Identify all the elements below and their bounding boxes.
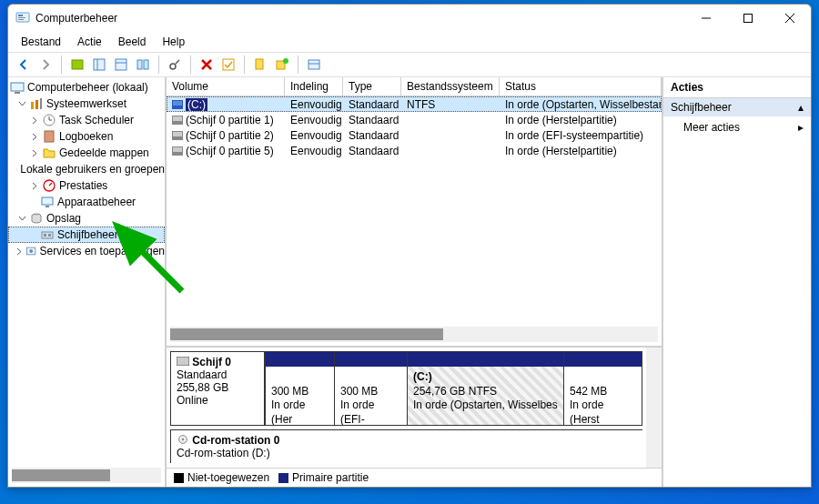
disk-row: Schijf 0 Standaard 255,88 GB Online 300 …	[170, 351, 642, 426]
svg-rect-5	[744, 15, 753, 23]
chevron-right-icon[interactable]	[30, 132, 40, 142]
diskmap-vscrollbar[interactable]	[646, 348, 662, 468]
chevron-right-icon[interactable]	[30, 148, 40, 158]
disk-name: Schijf 0	[192, 356, 231, 368]
tree-logboeken[interactable]: Logboeken	[8, 128, 165, 145]
disk-state: Online	[177, 394, 208, 407]
svg-point-35	[16, 168, 17, 169]
up-icon[interactable]	[67, 55, 87, 75]
tree-label: Services en toepassingen	[40, 245, 165, 257]
drive-icon	[172, 146, 183, 156]
svg-rect-1	[18, 15, 23, 16]
chevron-right-icon[interactable]	[15, 247, 24, 257]
volumes-hscrollbar[interactable]	[170, 327, 658, 342]
tree-opslag[interactable]: Opslag	[8, 210, 165, 227]
col-status[interactable]: Status	[500, 77, 662, 96]
svg-rect-11	[116, 59, 126, 70]
actions-section[interactable]: Schijfbeheer ▴	[663, 98, 811, 116]
list-icon[interactable]	[304, 55, 324, 75]
tree-apparaatbeheer[interactable]: Apparaatbeheer	[8, 194, 165, 210]
new-volume-icon[interactable]	[272, 55, 292, 75]
menu-beeld[interactable]: Beeld	[111, 34, 154, 50]
svg-line-37	[49, 183, 52, 186]
chevron-right-icon[interactable]	[30, 116, 40, 126]
tree-label: Prestaties	[59, 179, 107, 192]
refresh-icon[interactable]	[133, 55, 153, 75]
tree-schijfbeheer[interactable]: Schijfbeheer	[8, 227, 165, 243]
maximize-button[interactable]	[727, 5, 769, 32]
tree-gedeelde-mappen[interactable]: Gedeelde mappen	[8, 145, 165, 161]
properties-icon[interactable]	[111, 55, 131, 75]
volume-name: (Schijf 0 partitie 2)	[186, 129, 274, 142]
chevron-down-icon[interactable]	[17, 214, 27, 224]
disk-map: Schijf 0 Standaard 255,88 GB Online 300 …	[167, 346, 662, 487]
svg-rect-42	[44, 234, 46, 237]
col-type[interactable]: Type	[343, 77, 401, 96]
delete-icon[interactable]	[197, 55, 217, 75]
col-indeling[interactable]: Indeling	[285, 77, 343, 96]
menu-help[interactable]: Help	[155, 34, 192, 50]
svg-point-15	[170, 64, 176, 69]
volume-row[interactable]: (Schijf 0 partitie 5) Eenvoudig Standaar…	[167, 143, 662, 158]
svg-rect-43	[48, 234, 51, 237]
menu-actie[interactable]: Actie	[70, 34, 109, 50]
tree-services[interactable]: Services en toepassingen	[8, 243, 165, 259]
tree-prestaties[interactable]: Prestaties	[8, 177, 165, 194]
col-volume[interactable]: Volume	[167, 77, 285, 96]
chevron-right-icon[interactable]	[30, 181, 40, 191]
drive-icon	[172, 116, 183, 125]
actions-more[interactable]: Meer acties ▸	[663, 116, 811, 138]
help-icon[interactable]	[250, 55, 270, 75]
svg-rect-8	[72, 60, 83, 69]
volume-indeling: Eenvoudig	[285, 98, 343, 111]
volumes-body: (C:) Eenvoudig Standaard NTFS In orde (O…	[167, 96, 662, 323]
nav-back-icon[interactable]	[14, 55, 34, 75]
volume-indeling: Eenvoudig	[285, 114, 343, 126]
center-pane: Volume Indeling Type Bestandssysteem Sta…	[167, 77, 663, 487]
close-button[interactable]	[769, 5, 811, 32]
svg-rect-53	[173, 147, 182, 152]
tree-task-scheduler[interactable]: Task Scheduler	[8, 112, 165, 128]
svg-rect-51	[173, 132, 182, 136]
performance-icon	[42, 178, 56, 193]
volume-row[interactable]: (Schijf 0 partitie 1) Eenvoudig Standaar…	[167, 112, 662, 127]
cdrom-label[interactable]: Cd-rom-station 0 Cd-rom-station (D:)	[170, 429, 642, 463]
separator	[244, 55, 245, 74]
minimize-button[interactable]	[685, 5, 727, 32]
volume-type: Standaard	[343, 129, 401, 142]
volume-fs: NTFS	[401, 98, 500, 111]
partition[interactable]: 542 MBIn orde (Herst	[563, 351, 642, 426]
tree-systeemwerkset[interactable]: Systeemwerkset	[8, 96, 165, 112]
separator	[298, 55, 298, 74]
svg-rect-49	[173, 116, 182, 121]
tree-hscrollbar[interactable]	[12, 468, 161, 483]
tree-root[interactable]: Computerbeheer (lokaal)	[8, 79, 165, 96]
nav-forward-icon[interactable]	[35, 55, 56, 75]
menu-bestand[interactable]: Bestand	[14, 34, 68, 50]
volume-row[interactable]: (C:) Eenvoudig Standaard NTFS In orde (O…	[167, 96, 662, 112]
tree-lokale-gebruikers[interactable]: Lokale gebruikers en groepen	[8, 161, 165, 177]
tree-label: Task Scheduler	[59, 114, 134, 126]
chevron-down-icon[interactable]	[17, 99, 27, 109]
disk-label[interactable]: Schijf 0 Standaard 255,88 GB Online	[170, 351, 265, 426]
svg-rect-14	[144, 60, 148, 69]
svg-point-22	[283, 58, 288, 64]
col-fs[interactable]: Bestandssysteem	[401, 77, 500, 96]
settings-icon[interactable]	[165, 55, 185, 75]
separator	[61, 55, 62, 74]
volume-name: (Schijf 0 partitie 1)	[186, 114, 274, 126]
svg-rect-54	[177, 357, 189, 366]
svg-rect-23	[308, 60, 319, 69]
svg-rect-13	[137, 60, 142, 69]
volume-name: (Schijf 0 partitie 5)	[186, 145, 274, 157]
partition[interactable]: 300 MBIn orde (EFI-	[334, 351, 407, 426]
partition[interactable]: 300 MBIn orde (Her	[265, 351, 334, 426]
check-icon[interactable]	[218, 55, 238, 75]
volume-type: Standaard	[343, 145, 401, 157]
show-hide-console-icon[interactable]	[89, 55, 109, 75]
legend-unallocated: Niet-toegewezen	[174, 471, 269, 484]
partition-selected[interactable]: (C:)254,76 GB NTFSIn orde (Opstarten, Wi…	[407, 351, 563, 426]
volume-row[interactable]: (Schijf 0 partitie 2) Eenvoudig Standaar…	[167, 127, 662, 143]
clock-icon	[42, 113, 56, 127]
svg-rect-27	[31, 102, 34, 109]
